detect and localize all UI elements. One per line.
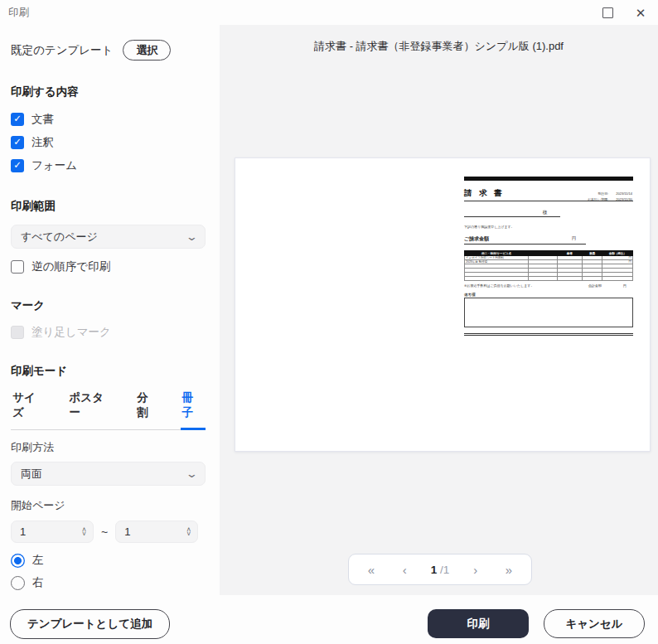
page-range-dropdown[interactable]: すべてのページ ⌄ bbox=[11, 225, 206, 249]
close-button[interactable]: ✕ bbox=[630, 3, 651, 22]
page-range-value: すべてのページ bbox=[21, 230, 98, 245]
print-method-value: 両面 bbox=[21, 467, 42, 482]
radio-right-label: 右 bbox=[32, 575, 44, 590]
cancel-button[interactable]: キャンセル bbox=[544, 609, 645, 638]
total-pages: 1 bbox=[443, 564, 450, 576]
print-mode-section-title: 印刷モード bbox=[11, 364, 206, 379]
stepper-down-icon[interactable]: ˅ bbox=[82, 532, 86, 536]
document-title: 請求書 - 請求書（非登録事業者）シンプル版 (1).pdf bbox=[220, 39, 658, 54]
print-method-dropdown[interactable]: 両面 ⌄ bbox=[11, 462, 206, 486]
invoice-issue-date-label: 発行日: bbox=[598, 191, 608, 197]
preview-page: 発行日: 2023/11/14 お支払い期限: 2023/11/30 請 求 書… bbox=[235, 157, 651, 452]
last-page-button[interactable]: » bbox=[501, 564, 516, 576]
invoice-total-unit: 円 bbox=[623, 283, 627, 288]
invoice-due-date-label: お支払い期限: bbox=[588, 197, 608, 203]
invoice-addressee-line: 様 bbox=[464, 210, 560, 217]
start-page-to-value: 1 bbox=[124, 525, 130, 538]
radio-left-label: 左 bbox=[32, 553, 44, 568]
checkbox-annotations[interactable]: ✓ 注釈 bbox=[11, 135, 206, 150]
print-method-label: 印刷方法 bbox=[11, 440, 206, 455]
invoice-remarks-box bbox=[464, 298, 633, 327]
marks-section-title: マーク bbox=[11, 298, 206, 313]
checkbox-checked-icon: ✓ bbox=[11, 136, 24, 149]
invoice-amount-unit: 円 bbox=[572, 235, 576, 243]
radio-binding-left[interactable]: 左 bbox=[11, 553, 206, 568]
start-page-to-stepper[interactable]: 1 ˄ ˅ bbox=[115, 521, 198, 543]
tab-size[interactable]: サイズ bbox=[11, 390, 48, 430]
invoice-amount-label: ご請求金額 bbox=[464, 235, 489, 243]
radio-binding-right[interactable]: 右 bbox=[11, 575, 206, 590]
invoice-items-table: 品目・商品/サービス名 単価 数量 金額（税込） インボイス対応シート利用料 円… bbox=[464, 250, 633, 281]
tab-poster[interactable]: ポスター bbox=[68, 390, 116, 430]
stepper-down-icon[interactable]: ˅ bbox=[186, 532, 191, 536]
print-button[interactable]: 印刷 bbox=[428, 609, 529, 638]
default-template-label: 既定のテンプレート bbox=[11, 43, 113, 58]
maximize-button[interactable] bbox=[597, 3, 618, 22]
tab-multiple[interactable]: 分割 bbox=[135, 390, 160, 430]
invoice-preview: 発行日: 2023/11/14 お支払い期限: 2023/11/30 請 求 書… bbox=[464, 177, 633, 336]
first-page-button[interactable]: « bbox=[364, 564, 379, 576]
template-select-button[interactable]: 選択 bbox=[123, 40, 171, 61]
checkbox-reverse-order[interactable]: 逆の順序で印刷 bbox=[11, 259, 206, 274]
print-range-section-title: 印刷範囲 bbox=[11, 199, 206, 214]
checkbox-annotations-label: 注釈 bbox=[31, 135, 54, 150]
dialog-footer: テンプレートとして追加 印刷 キャンセル bbox=[0, 595, 658, 644]
radio-selected-icon bbox=[11, 554, 25, 568]
invoice-row bbox=[465, 277, 633, 281]
print-preview-area: 請求書 - 請求書（非登録事業者）シンプル版 (1).pdf 発行日: 2023… bbox=[220, 25, 658, 595]
checkbox-bleed-marks: 塗り足しマーク bbox=[11, 325, 206, 340]
radio-unselected-icon bbox=[11, 576, 25, 590]
previous-page-button[interactable]: ‹ bbox=[397, 564, 412, 576]
invoice-issue-date-value: 2023/11/14 bbox=[616, 191, 632, 197]
checkbox-disabled-icon bbox=[11, 326, 24, 339]
checkbox-unchecked-icon bbox=[11, 260, 24, 274]
checkbox-checked-icon: ✓ bbox=[11, 159, 24, 172]
add-as-template-button[interactable]: テンプレートとして追加 bbox=[10, 609, 170, 639]
current-page: 1 bbox=[431, 564, 438, 576]
page-count: 1 /1 bbox=[431, 564, 450, 576]
checkbox-checked-icon: ✓ bbox=[11, 113, 24, 126]
checkbox-forms-label: フォーム bbox=[31, 158, 77, 173]
print-settings-panel: 既定のテンプレート 選択 印刷する内容 ✓ 文書 ✓ 注釈 ✓ フォーム 印刷範… bbox=[0, 25, 220, 595]
maximize-icon bbox=[602, 7, 613, 18]
invoice-note: ※お振込手数料はご負担をお願いいたします。 bbox=[464, 283, 588, 288]
chevron-down-icon: ⌄ bbox=[186, 468, 198, 479]
checkbox-document[interactable]: ✓ 文書 bbox=[11, 112, 206, 127]
close-icon: ✕ bbox=[636, 7, 646, 19]
checkbox-reverse-order-label: 逆の順序で印刷 bbox=[31, 259, 110, 274]
start-page-from-stepper[interactable]: 1 ˄ ˅ bbox=[11, 521, 94, 543]
title-bar: 印刷 ✕ bbox=[0, 0, 658, 25]
start-page-from-value: 1 bbox=[20, 525, 26, 538]
print-content-section-title: 印刷する内容 bbox=[11, 85, 206, 99]
page-navigator: « ‹ 1 /1 › » bbox=[348, 554, 532, 585]
range-tilde: ~ bbox=[101, 525, 108, 539]
next-page-button[interactable]: › bbox=[468, 564, 483, 576]
invoice-greeting: 下記の通り御請求申し上げます。 bbox=[464, 225, 633, 229]
tab-booklet[interactable]: 冊子 bbox=[181, 390, 206, 430]
print-mode-tabs: サイズ ポスター 分割 冊子 bbox=[11, 390, 206, 430]
start-page-label: 開始ページ bbox=[11, 498, 206, 513]
window-title: 印刷 bbox=[8, 6, 29, 20]
invoice-top-bar bbox=[464, 177, 633, 181]
invoice-bottom-rule bbox=[464, 333, 633, 336]
checkbox-forms[interactable]: ✓ フォーム bbox=[11, 158, 206, 173]
invoice-total-label: 合計金額 bbox=[588, 283, 602, 288]
chevron-down-icon: ⌄ bbox=[186, 231, 198, 242]
invoice-remarks-label: 備考欄 bbox=[464, 293, 633, 297]
invoice-due-date-value: 2023/11/30 bbox=[616, 197, 632, 203]
checkbox-document-label: 文書 bbox=[31, 112, 54, 127]
checkbox-bleed-marks-label: 塗り足しマーク bbox=[31, 325, 111, 340]
